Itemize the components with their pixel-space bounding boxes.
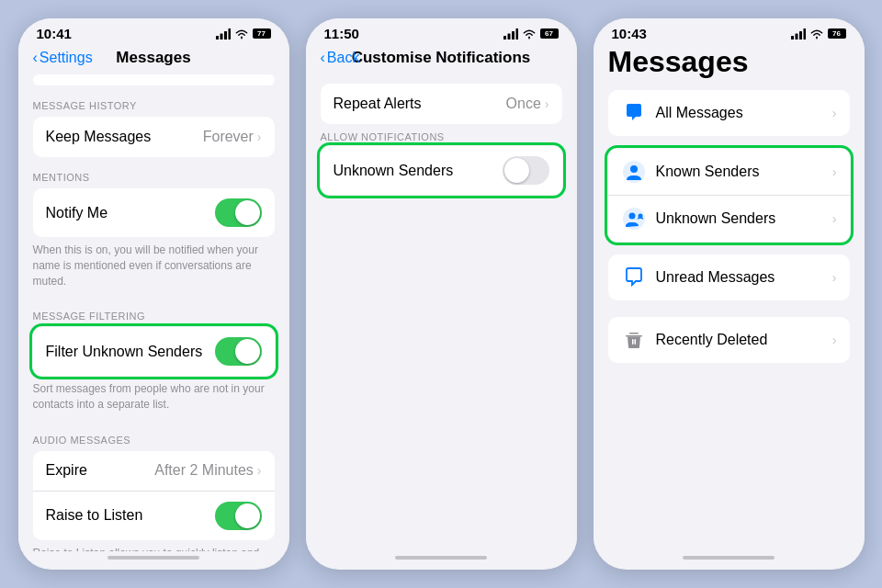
all-messages-chevron: › xyxy=(832,106,837,120)
unread-messages-group: Unread Messages › xyxy=(608,254,850,300)
section-label-history: MESSAGE HISTORY xyxy=(18,87,289,117)
expire-value: After 2 Minutes › xyxy=(154,462,261,479)
svg-point-15 xyxy=(628,213,635,220)
recently-deleted-row[interactable]: Recently Deleted › xyxy=(608,317,850,363)
status-bar-1: 10:41 77 xyxy=(18,18,289,45)
messages-big-title: Messages xyxy=(594,45,865,90)
wifi-icon-3 xyxy=(809,28,824,40)
unknown-senders-row[interactable]: Unknown Senders xyxy=(321,146,562,195)
bottom-bar-2 xyxy=(306,551,577,570)
all-messages-icon xyxy=(621,100,647,126)
section-label-mentions: MENTIONS xyxy=(18,159,289,188)
svg-rect-19 xyxy=(632,339,634,345)
bottom-bar-3 xyxy=(594,551,865,570)
recently-deleted-group: Recently Deleted › xyxy=(608,317,850,363)
unknown-senders-group: Unknown Senders xyxy=(321,146,562,195)
all-messages-group: All Messages › xyxy=(608,90,850,136)
repeat-alerts-value: Once › xyxy=(506,96,549,112)
svg-rect-7 xyxy=(515,28,518,40)
svg-rect-6 xyxy=(512,31,514,40)
status-time-1: 10:41 xyxy=(37,26,72,41)
repeat-alerts-row[interactable]: Repeat Alerts Once › xyxy=(321,84,562,124)
filter-unknown-row[interactable]: Filter Unknown Senders xyxy=(33,327,275,376)
battery-icon-3: 76 xyxy=(828,28,846,39)
svg-point-13 xyxy=(630,165,638,173)
unread-messages-chevron: › xyxy=(832,270,837,285)
svg-rect-5 xyxy=(507,33,510,40)
svg-rect-18 xyxy=(629,333,639,334)
notify-me-label: Notify Me xyxy=(46,205,108,221)
known-senders-label: Known Senders xyxy=(656,164,832,180)
expire-label: Expire xyxy=(46,462,87,479)
raise-to-listen-label: Raise to Listen xyxy=(46,507,143,524)
status-icons-1: 77 xyxy=(216,28,271,40)
svg-rect-10 xyxy=(799,31,802,40)
signal-icon-1 xyxy=(216,28,231,40)
filtering-helper: Sort messages from people who are not in… xyxy=(18,378,289,422)
repeat-alerts-group: Repeat Alerts Once › xyxy=(321,84,562,124)
unknown-senders-icon xyxy=(621,206,647,232)
phone-3: 10:43 76 Messages xyxy=(594,18,865,570)
svg-rect-8 xyxy=(791,36,794,40)
known-senders-chevron: › xyxy=(832,164,837,179)
all-messages-label: All Messages xyxy=(656,105,832,121)
repeat-alerts-label: Repeat Alerts xyxy=(334,96,422,112)
keep-messages-group: Keep Messages Forever › xyxy=(33,117,275,157)
keep-messages-value: Forever › xyxy=(203,129,262,145)
phone-3-content: Messages All Messages › xyxy=(594,45,865,551)
unknown-senders-label: Unknown Senders xyxy=(656,210,832,227)
filter-unknown-toggle[interactable] xyxy=(215,337,262,366)
svg-rect-1 xyxy=(220,33,222,40)
keep-messages-row[interactable]: Keep Messages Forever › xyxy=(33,117,275,157)
phone-2-content: Repeat Alerts Once › ALLOW NOTIFICATIONS… xyxy=(306,74,577,551)
svg-rect-0 xyxy=(216,36,219,40)
expire-row[interactable]: Expire After 2 Minutes › xyxy=(33,451,275,492)
svg-rect-3 xyxy=(228,28,231,40)
known-senders-row[interactable]: Known Senders › xyxy=(608,149,850,196)
nav-back-1[interactable]: ‹ Settings xyxy=(33,50,93,66)
status-bar-2: 11:50 67 xyxy=(306,18,577,45)
home-indicator-3 xyxy=(683,556,775,560)
nav-title-1: Messages xyxy=(116,49,190,67)
svg-rect-4 xyxy=(503,36,506,40)
unknown-senders-chevron: › xyxy=(832,211,837,226)
phone-1: 10:41 77 ‹ Settings Messages MESSA xyxy=(18,18,289,570)
filter-unknown-label: Filter Unknown Senders xyxy=(46,344,203,360)
unknown-senders-label: Unknown Senders xyxy=(334,163,454,179)
filter-unknown-knob xyxy=(235,339,260,364)
battery-icon-2: 67 xyxy=(540,28,559,39)
phone-1-content: MESSAGE HISTORY Keep Messages Forever › … xyxy=(18,74,289,551)
status-time-2: 11:50 xyxy=(324,26,359,41)
nav-back-2[interactable]: ‹ Back xyxy=(321,50,360,66)
nav-title-2: Customise Notifications xyxy=(352,49,531,67)
unknown-senders-toggle[interactable] xyxy=(503,156,549,185)
unknown-senders-row[interactable]: Unknown Senders › xyxy=(608,196,850,242)
bottom-bar-1 xyxy=(18,551,289,570)
phone-2: 11:50 67 ‹ Back Customise Notifications xyxy=(306,18,577,570)
recently-deleted-label: Recently Deleted xyxy=(656,332,832,348)
recently-deleted-icon xyxy=(621,327,647,353)
audio-group: Expire After 2 Minutes › Raise to Listen xyxy=(33,451,275,540)
notify-me-toggle[interactable] xyxy=(215,198,262,227)
expire-chevron: › xyxy=(257,463,262,478)
svg-rect-20 xyxy=(634,339,636,345)
unread-messages-row[interactable]: Unread Messages › xyxy=(608,254,850,300)
signal-icon-3 xyxy=(791,28,806,40)
allow-notif-section-label: ALLOW NOTIFICATIONS xyxy=(306,126,577,146)
notify-me-row[interactable]: Notify Me xyxy=(33,188,275,237)
known-senders-icon xyxy=(621,159,647,185)
all-messages-row[interactable]: All Messages › xyxy=(608,90,850,136)
senders-group: Known Senders › Unknown xyxy=(608,149,850,242)
keep-messages-chevron: › xyxy=(257,130,262,144)
recently-deleted-chevron: › xyxy=(832,333,837,347)
section-label-audio: AUDIO MESSAGES xyxy=(18,422,289,451)
raise-to-listen-row[interactable]: Raise to Listen xyxy=(33,492,275,540)
svg-rect-2 xyxy=(224,31,227,40)
unread-messages-icon xyxy=(621,265,647,290)
unknown-senders-knob xyxy=(504,158,529,183)
raise-to-listen-toggle[interactable] xyxy=(215,502,262,530)
nav-bar-1: ‹ Settings Messages xyxy=(18,45,289,74)
audio-helper: Raise to Listen allows you to quickly li… xyxy=(18,542,289,551)
wifi-icon-1 xyxy=(234,28,249,40)
svg-rect-11 xyxy=(803,28,806,40)
